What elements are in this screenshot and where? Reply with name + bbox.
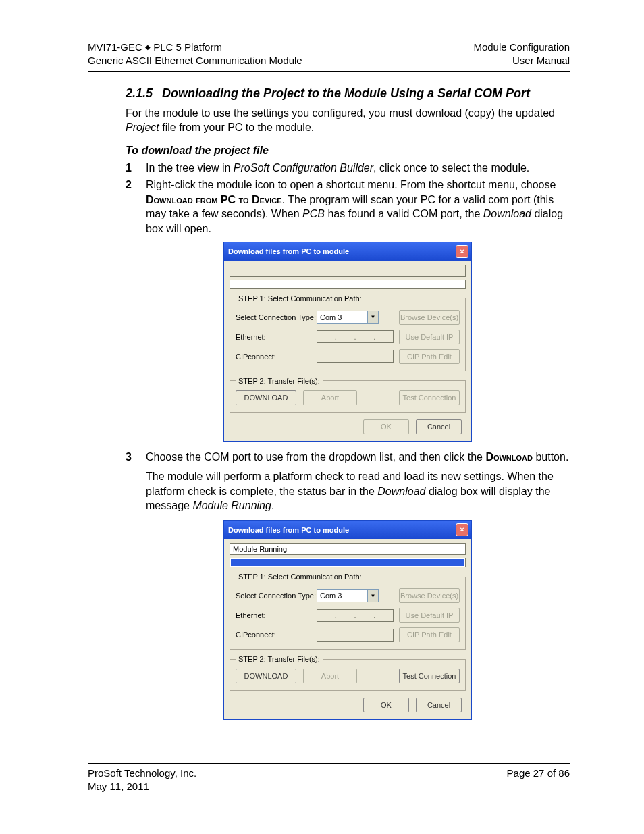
download-button[interactable]: DOWNLOAD [236,390,296,405]
group-step2: STEP 2: Transfer File(s): DOWNLOAD Abort… [230,655,466,691]
footer-company: ProSoft Technology, Inc. [88,767,196,779]
label-connection-type: Select Connection Type: [236,592,317,600]
step-2: Right-click the module icon to open a sh… [126,178,570,236]
dialog-title: Download files from PC to module [228,247,349,255]
section-heading: 2.1.5 Downloading the Project to the Mod… [126,86,570,101]
use-default-ip-button[interactable]: Use Default IP [399,330,460,344]
header-doc-type: User Manual [512,55,570,66]
label-ethernet: Ethernet: [236,611,317,619]
group-step1: STEP 1: Select Communication Path: Selec… [230,573,466,650]
label-ethernet: Ethernet: [236,333,317,341]
group-step2-legend: STEP 2: Transfer File(s): [236,655,323,663]
section-number: 2.1.5 [126,86,162,101]
use-default-ip-button[interactable]: Use Default IP [399,608,460,623]
cip-path-field[interactable] [317,629,394,642]
download-button[interactable]: DOWNLOAD [236,669,296,683]
group-step1: STEP 1: Select Communication Path: Selec… [230,294,466,371]
step-1: In the tree view in ProSoft Configuratio… [126,161,570,176]
section-title: Downloading the Project to the Module Us… [162,86,570,101]
abort-button[interactable]: Abort [303,390,357,405]
browse-devices-button[interactable]: Browse Device(s) [399,588,460,603]
ok-button[interactable]: OK [363,698,409,712]
group-step2-legend: STEP 2: Transfer File(s): [236,377,323,385]
group-step1-legend: STEP 1: Select Communication Path: [236,573,365,581]
dropdown-value: Com 3 [317,590,367,602]
dialog-titlebar[interactable]: Download files from PC to module × [224,521,471,539]
connection-type-dropdown[interactable]: Com 3 ▼ [317,589,379,602]
procedure-list: In the tree view in ProSoft Configuratio… [126,161,570,236]
progress-bar [230,280,466,289]
step-3-continuation: The module will perform a platform check… [146,469,570,513]
ethernet-ip-field[interactable] [317,609,394,622]
step-3: Choose the COM port to use from the drop… [126,450,570,465]
footer-rule [88,763,570,764]
diamond-icon: ◆ [145,43,151,51]
status-field: Module Running [230,543,466,555]
close-icon[interactable]: × [456,523,468,536]
procedure-list-cont: Choose the COM port to use from the drop… [126,450,570,465]
group-step2: STEP 2: Transfer File(s): DOWNLOAD Abort… [230,377,466,413]
cancel-button[interactable]: Cancel [416,419,462,434]
header-platform: PLC 5 Platform [153,41,222,53]
document-page: MVI71-GEC ◆ PLC 5 Platform Generic ASCII… [0,0,644,834]
label-connection-type: Select Connection Type: [236,313,317,321]
test-connection-button[interactable]: Test Connection [399,390,460,405]
procedure-subhead: To download the project file [126,145,570,157]
cip-path-edit-button[interactable]: CIP Path Edit [399,349,460,364]
footer-date: May 11, 2011 [88,781,149,792]
download-dialog-2: Download files from PC to module × Modul… [223,520,472,720]
label-cipconnect: CIPconnect: [236,631,317,639]
ok-button[interactable]: OK [363,419,409,434]
status-field [230,265,466,277]
cip-path-edit-button[interactable]: CIP Path Edit [399,627,460,642]
header-module-name: Generic ASCII Ethernet Communication Mod… [88,55,302,66]
connection-type-dropdown[interactable]: Com 3 ▼ [317,311,379,324]
cancel-button[interactable]: Cancel [416,698,462,712]
test-connection-button[interactable]: Test Connection [399,669,460,683]
chevron-down-icon[interactable]: ▼ [367,311,378,323]
intro-paragraph: For the module to use the settings you c… [126,106,570,135]
header-chapter: Module Configuration [473,41,570,53]
ethernet-ip-field[interactable] [317,330,394,343]
chevron-down-icon[interactable]: ▼ [367,590,378,602]
download-dialog-1: Download files from PC to module × STEP … [223,242,472,442]
page-header: MVI71-GEC ◆ PLC 5 Platform Generic ASCII… [88,41,570,68]
dialog-titlebar[interactable]: Download files from PC to module × [224,242,471,261]
cip-path-field[interactable] [317,350,394,363]
progress-bar-complete [230,558,466,567]
header-rule [88,71,570,72]
group-step1-legend: STEP 1: Select Communication Path: [236,294,365,303]
dropdown-value: Com 3 [317,311,367,323]
browse-devices-button[interactable]: Browse Device(s) [399,310,460,325]
footer-page-number: Page 27 of 86 [507,767,570,779]
header-product: MVI71-GEC [88,41,142,53]
label-cipconnect: CIPconnect: [236,353,317,361]
close-icon[interactable]: × [456,245,468,258]
abort-button[interactable]: Abort [303,669,357,683]
dialog-title: Download files from PC to module [228,526,349,534]
page-footer: ProSoft Technology, Inc. May 11, 2011 Pa… [88,766,570,794]
